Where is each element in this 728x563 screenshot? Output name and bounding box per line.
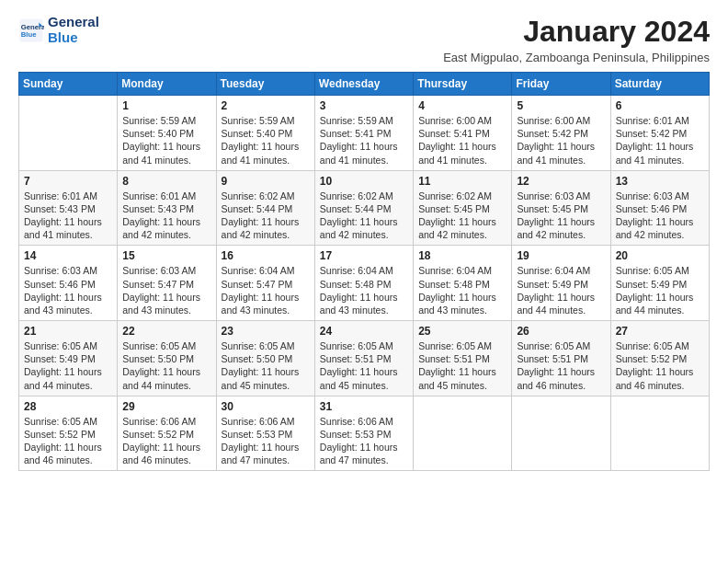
day-number: 31 bbox=[320, 400, 408, 413]
day-number: 15 bbox=[122, 249, 210, 262]
calendar-cell: 15Sunrise: 6:03 AM Sunset: 5:47 PM Dayli… bbox=[118, 246, 216, 321]
calendar-cell: 19Sunrise: 6:04 AM Sunset: 5:49 PM Dayli… bbox=[512, 246, 610, 321]
calendar-week-row: 7Sunrise: 6:01 AM Sunset: 5:43 PM Daylig… bbox=[19, 170, 710, 246]
day-info: Sunrise: 6:05 AM Sunset: 5:52 PM Dayligh… bbox=[24, 415, 112, 467]
day-number: 23 bbox=[222, 325, 310, 338]
day-number: 30 bbox=[222, 400, 310, 413]
day-info: Sunrise: 6:03 AM Sunset: 5:46 PM Dayligh… bbox=[616, 190, 704, 242]
day-info: Sunrise: 6:04 AM Sunset: 5:48 PM Dayligh… bbox=[418, 264, 506, 316]
header-cell-friday: Friday bbox=[512, 73, 610, 96]
day-info: Sunrise: 6:06 AM Sunset: 5:53 PM Dayligh… bbox=[320, 415, 408, 467]
day-info: Sunrise: 6:01 AM Sunset: 5:43 PM Dayligh… bbox=[24, 190, 112, 242]
day-number: 11 bbox=[418, 175, 506, 188]
calendar-cell: 12Sunrise: 6:03 AM Sunset: 5:45 PM Dayli… bbox=[512, 170, 610, 246]
day-number: 9 bbox=[222, 175, 310, 188]
day-number: 2 bbox=[222, 99, 310, 112]
calendar-cell: 5Sunrise: 6:00 AM Sunset: 5:42 PM Daylig… bbox=[512, 96, 610, 171]
calendar-cell: 13Sunrise: 6:03 AM Sunset: 5:46 PM Dayli… bbox=[610, 170, 709, 246]
calendar-cell: 4Sunrise: 6:00 AM Sunset: 5:41 PM Daylig… bbox=[414, 96, 512, 171]
calendar-week-row: 21Sunrise: 6:05 AM Sunset: 5:49 PM Dayli… bbox=[19, 321, 710, 396]
day-number: 16 bbox=[222, 249, 310, 262]
calendar-cell bbox=[19, 96, 118, 171]
calendar-subtitle: East Migpulao, Zamboanga Peninsula, Phil… bbox=[443, 51, 710, 64]
day-info: Sunrise: 6:05 AM Sunset: 5:51 PM Dayligh… bbox=[418, 339, 506, 392]
header-cell-wednesday: Wednesday bbox=[314, 73, 413, 96]
calendar-cell: 23Sunrise: 6:05 AM Sunset: 5:50 PM Dayli… bbox=[216, 321, 314, 396]
calendar-cell: 30Sunrise: 6:06 AM Sunset: 5:53 PM Dayli… bbox=[216, 396, 314, 471]
calendar-cell: 8Sunrise: 6:01 AM Sunset: 5:43 PM Daylig… bbox=[118, 170, 216, 246]
day-number: 26 bbox=[517, 325, 605, 338]
day-number: 12 bbox=[517, 175, 605, 188]
day-number: 1 bbox=[122, 99, 210, 112]
day-info: Sunrise: 5:59 AM Sunset: 5:41 PM Dayligh… bbox=[320, 114, 408, 167]
day-info: Sunrise: 6:05 AM Sunset: 5:51 PM Dayligh… bbox=[517, 339, 605, 392]
calendar-week-row: 28Sunrise: 6:05 AM Sunset: 5:52 PM Dayli… bbox=[19, 396, 710, 471]
calendar-cell: 7Sunrise: 6:01 AM Sunset: 5:43 PM Daylig… bbox=[19, 170, 118, 246]
day-info: Sunrise: 6:03 AM Sunset: 5:45 PM Dayligh… bbox=[517, 190, 605, 242]
calendar-cell bbox=[512, 396, 610, 471]
day-info: Sunrise: 6:04 AM Sunset: 5:48 PM Dayligh… bbox=[320, 264, 408, 316]
day-number: 4 bbox=[418, 99, 506, 112]
svg-text:General: General bbox=[21, 22, 44, 30]
day-info: Sunrise: 6:05 AM Sunset: 5:50 PM Dayligh… bbox=[222, 339, 310, 392]
day-info: Sunrise: 6:01 AM Sunset: 5:43 PM Dayligh… bbox=[122, 190, 210, 242]
calendar-body: 1Sunrise: 5:59 AM Sunset: 5:40 PM Daylig… bbox=[19, 96, 710, 471]
header-cell-monday: Monday bbox=[118, 73, 216, 96]
day-info: Sunrise: 6:05 AM Sunset: 5:51 PM Dayligh… bbox=[320, 339, 408, 392]
calendar-cell bbox=[610, 396, 709, 471]
calendar-cell: 18Sunrise: 6:04 AM Sunset: 5:48 PM Dayli… bbox=[414, 246, 512, 321]
day-number: 7 bbox=[24, 175, 112, 188]
day-number: 17 bbox=[320, 249, 408, 262]
day-info: Sunrise: 6:03 AM Sunset: 5:47 PM Dayligh… bbox=[122, 264, 210, 316]
logo-icon: General Blue bbox=[18, 17, 44, 43]
day-info: Sunrise: 6:00 AM Sunset: 5:42 PM Dayligh… bbox=[517, 114, 605, 167]
day-number: 6 bbox=[616, 99, 704, 112]
day-info: Sunrise: 6:05 AM Sunset: 5:50 PM Dayligh… bbox=[122, 339, 210, 392]
day-number: 13 bbox=[616, 175, 704, 188]
page-header: General Blue General Blue January 2024 E… bbox=[18, 15, 710, 64]
day-info: Sunrise: 6:04 AM Sunset: 5:47 PM Dayligh… bbox=[222, 264, 310, 316]
calendar-cell: 28Sunrise: 6:05 AM Sunset: 5:52 PM Dayli… bbox=[19, 396, 118, 471]
calendar-cell: 27Sunrise: 6:05 AM Sunset: 5:52 PM Dayli… bbox=[610, 321, 709, 396]
day-number: 19 bbox=[517, 249, 605, 262]
day-number: 27 bbox=[616, 325, 704, 338]
calendar-cell: 1Sunrise: 5:59 AM Sunset: 5:40 PM Daylig… bbox=[118, 96, 216, 171]
calendar-week-row: 14Sunrise: 6:03 AM Sunset: 5:46 PM Dayli… bbox=[19, 246, 710, 321]
calendar-cell: 16Sunrise: 6:04 AM Sunset: 5:47 PM Dayli… bbox=[216, 246, 314, 321]
day-info: Sunrise: 6:02 AM Sunset: 5:44 PM Dayligh… bbox=[320, 190, 408, 242]
day-info: Sunrise: 5:59 AM Sunset: 5:40 PM Dayligh… bbox=[222, 114, 310, 167]
day-info: Sunrise: 6:05 AM Sunset: 5:49 PM Dayligh… bbox=[616, 264, 704, 316]
day-number: 20 bbox=[616, 249, 704, 262]
day-info: Sunrise: 6:01 AM Sunset: 5:42 PM Dayligh… bbox=[616, 114, 704, 167]
calendar-cell: 11Sunrise: 6:02 AM Sunset: 5:45 PM Dayli… bbox=[414, 170, 512, 246]
calendar-cell: 20Sunrise: 6:05 AM Sunset: 5:49 PM Dayli… bbox=[610, 246, 709, 321]
calendar-table: SundayMondayTuesdayWednesdayThursdayFrid… bbox=[18, 72, 710, 471]
calendar-cell: 25Sunrise: 6:05 AM Sunset: 5:51 PM Dayli… bbox=[414, 321, 512, 396]
calendar-cell: 22Sunrise: 6:05 AM Sunset: 5:50 PM Dayli… bbox=[118, 321, 216, 396]
day-info: Sunrise: 6:02 AM Sunset: 5:45 PM Dayligh… bbox=[418, 190, 506, 242]
day-number: 25 bbox=[418, 325, 506, 338]
day-info: Sunrise: 6:05 AM Sunset: 5:52 PM Dayligh… bbox=[616, 339, 704, 392]
day-number: 3 bbox=[320, 99, 408, 112]
day-number: 24 bbox=[320, 325, 408, 338]
calendar-cell: 3Sunrise: 5:59 AM Sunset: 5:41 PM Daylig… bbox=[314, 96, 413, 171]
calendar-cell: 14Sunrise: 6:03 AM Sunset: 5:46 PM Dayli… bbox=[19, 246, 118, 321]
svg-text:Blue: Blue bbox=[21, 30, 37, 39]
calendar-cell: 6Sunrise: 6:01 AM Sunset: 5:42 PM Daylig… bbox=[610, 96, 709, 171]
calendar-cell: 31Sunrise: 6:06 AM Sunset: 5:53 PM Dayli… bbox=[314, 396, 413, 471]
day-number: 5 bbox=[517, 99, 605, 112]
day-info: Sunrise: 6:06 AM Sunset: 5:52 PM Dayligh… bbox=[122, 415, 210, 467]
day-number: 22 bbox=[122, 325, 210, 338]
calendar-week-row: 1Sunrise: 5:59 AM Sunset: 5:40 PM Daylig… bbox=[19, 96, 710, 171]
day-info: Sunrise: 6:00 AM Sunset: 5:41 PM Dayligh… bbox=[418, 114, 506, 167]
day-number: 28 bbox=[24, 400, 112, 413]
calendar-cell: 9Sunrise: 6:02 AM Sunset: 5:44 PM Daylig… bbox=[216, 170, 314, 246]
calendar-header-row: SundayMondayTuesdayWednesdayThursdayFrid… bbox=[19, 73, 710, 96]
day-info: Sunrise: 6:03 AM Sunset: 5:46 PM Dayligh… bbox=[24, 264, 112, 316]
calendar-cell: 17Sunrise: 6:04 AM Sunset: 5:48 PM Dayli… bbox=[314, 246, 413, 321]
title-block: January 2024 East Migpulao, Zamboanga Pe… bbox=[443, 15, 710, 64]
calendar-cell: 21Sunrise: 6:05 AM Sunset: 5:49 PM Dayli… bbox=[19, 321, 118, 396]
header-cell-saturday: Saturday bbox=[610, 73, 709, 96]
day-number: 14 bbox=[24, 249, 112, 262]
day-number: 18 bbox=[418, 249, 506, 262]
